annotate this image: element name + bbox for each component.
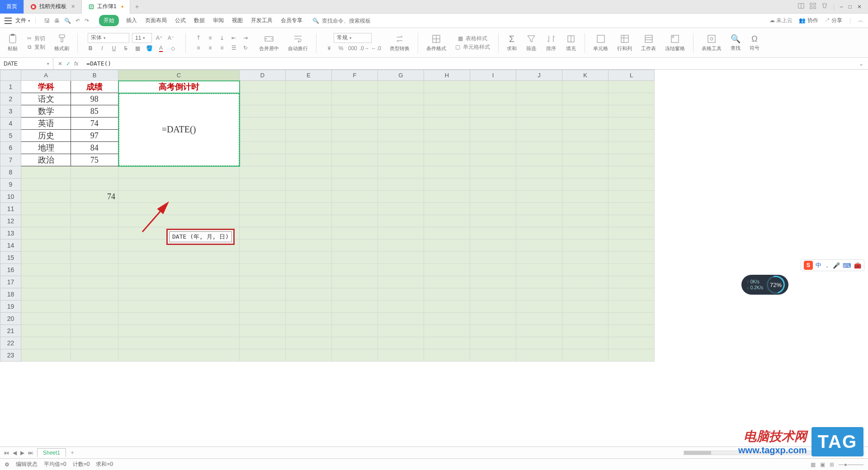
increase-font-icon[interactable]: A⁺ — [155, 33, 164, 42]
ribbontab-insert[interactable]: 插入 — [125, 15, 138, 26]
close-icon[interactable]: ✕ — [71, 4, 75, 9]
cell[interactable] — [332, 276, 378, 288]
cell[interactable] — [240, 142, 286, 154]
row-header[interactable]: 20 — [0, 313, 21, 325]
minimize-button[interactable]: – — [840, 4, 843, 10]
cell[interactable] — [516, 337, 562, 349]
cell[interactable] — [21, 301, 71, 313]
cell[interactable] — [562, 191, 609, 203]
tab-workbook1[interactable]: 工作簿1• — [82, 0, 130, 14]
undo-icon[interactable]: ↶ — [75, 18, 80, 24]
cell[interactable] — [562, 252, 609, 264]
cell[interactable] — [516, 252, 562, 264]
cell[interactable] — [562, 227, 609, 240]
cell[interactable] — [71, 252, 118, 264]
cell[interactable] — [609, 313, 655, 325]
cell[interactable] — [609, 166, 655, 179]
cell[interactable] — [332, 301, 378, 313]
ime-lang[interactable]: 中 — [816, 261, 821, 269]
cell[interactable] — [286, 203, 332, 215]
row-header[interactable]: 18 — [0, 288, 21, 301]
cell[interactable] — [286, 130, 332, 142]
row-header[interactable]: 11 — [0, 203, 21, 215]
row-header[interactable]: 17 — [0, 276, 21, 288]
cell[interactable] — [378, 325, 424, 337]
sheet-tab[interactable]: Sheet1 — [37, 448, 66, 457]
cell[interactable] — [516, 276, 562, 288]
ime-toolbox-icon[interactable]: 🧰 — [854, 262, 861, 269]
cell[interactable] — [378, 154, 424, 166]
col-header[interactable]: C — [118, 70, 240, 81]
cell[interactable] — [21, 264, 71, 276]
row-header[interactable]: 19 — [0, 301, 21, 313]
cell[interactable] — [286, 154, 332, 166]
cell[interactable] — [562, 203, 609, 215]
cell[interactable] — [240, 93, 286, 105]
cell[interactable]: 84 — [71, 142, 118, 154]
cell[interactable] — [378, 252, 424, 264]
cell[interactable] — [378, 81, 424, 93]
cell[interactable] — [240, 349, 286, 362]
cell[interactable] — [286, 325, 332, 337]
cell[interactable] — [424, 118, 470, 130]
cell[interactable] — [562, 240, 609, 252]
accept-formula-button[interactable]: ✓ — [66, 61, 71, 67]
row-header[interactable]: 3 — [0, 105, 21, 118]
cell[interactable] — [470, 93, 516, 105]
cell[interactable] — [378, 301, 424, 313]
cell[interactable] — [609, 191, 655, 203]
cell[interactable] — [286, 349, 332, 362]
cell[interactable] — [71, 264, 118, 276]
cell[interactable] — [516, 227, 562, 240]
hamburger-icon[interactable] — [5, 18, 12, 24]
col-header[interactable]: A — [21, 70, 71, 81]
cell[interactable] — [470, 203, 516, 215]
row-header[interactable]: 23 — [0, 349, 21, 362]
cell[interactable] — [378, 142, 424, 154]
cell[interactable] — [332, 130, 378, 142]
cell[interactable] — [424, 325, 470, 337]
cell[interactable] — [21, 215, 71, 227]
cloud-status[interactable]: ☁ 未上云 — [769, 17, 793, 24]
cell[interactable] — [378, 203, 424, 215]
cell[interactable] — [21, 337, 71, 349]
cell[interactable] — [286, 301, 332, 313]
select-all-corner[interactable] — [0, 70, 21, 81]
cell[interactable] — [609, 93, 655, 105]
cell[interactable] — [240, 154, 286, 166]
cell[interactable] — [118, 325, 240, 337]
cell[interactable] — [424, 93, 470, 105]
cell[interactable] — [118, 288, 240, 301]
cell[interactable]: 政治 — [21, 154, 71, 166]
save-icon[interactable]: 🖫 — [44, 18, 50, 24]
cell[interactable] — [424, 349, 470, 362]
italic-icon[interactable]: I — [98, 44, 107, 53]
cell[interactable] — [71, 227, 118, 240]
cancel-formula-button[interactable]: ✕ — [58, 61, 62, 67]
spreadsheet-grid[interactable]: A B C D E F G H I J K L 1 学科 成绩 高考倒计时 2 … — [0, 70, 655, 362]
cell[interactable] — [21, 252, 71, 264]
cell[interactable] — [378, 276, 424, 288]
cell[interactable] — [118, 337, 240, 349]
filter-button[interactable]: 筛选 — [523, 33, 539, 52]
align-top-icon[interactable]: ⤒ — [194, 33, 203, 42]
number-format-combo[interactable]: 常规▾ — [334, 33, 372, 43]
cell[interactable] — [21, 288, 71, 301]
view-break-icon[interactable]: ⊞ — [830, 461, 834, 468]
cell[interactable] — [286, 142, 332, 154]
cell[interactable] — [332, 142, 378, 154]
ribbontab-view[interactable]: 视图 — [231, 15, 244, 26]
cell[interactable]: 地理 — [21, 142, 71, 154]
cell[interactable] — [424, 203, 470, 215]
clear-format-icon[interactable]: ◇ — [168, 44, 177, 53]
cell[interactable] — [118, 215, 240, 227]
cell[interactable] — [424, 142, 470, 154]
cell[interactable] — [71, 301, 118, 313]
cell[interactable] — [516, 325, 562, 337]
skin-icon[interactable] — [821, 3, 828, 10]
cell[interactable] — [562, 179, 609, 191]
cell[interactable] — [424, 166, 470, 179]
row-header[interactable]: 10 — [0, 191, 21, 203]
justify-icon[interactable]: ☰ — [229, 43, 238, 52]
cell[interactable] — [378, 264, 424, 276]
